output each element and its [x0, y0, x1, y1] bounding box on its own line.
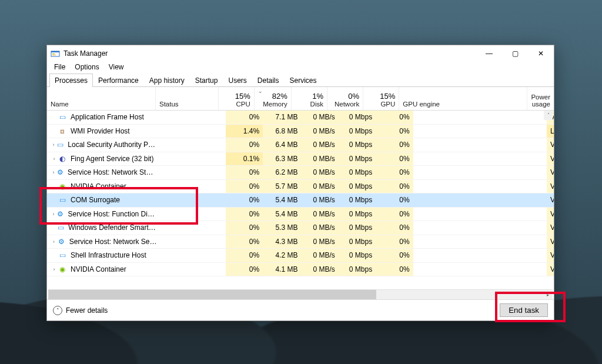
tab-users[interactable]: Users: [223, 74, 252, 87]
header-name[interactable]: Name: [47, 87, 156, 110]
header-gpu[interactable]: 15%GPU: [363, 87, 399, 110]
status-cell: [160, 235, 226, 249]
scroll-right-button[interactable]: ▸: [543, 290, 553, 299]
menu-options[interactable]: Options: [70, 62, 103, 74]
process-row[interactable]: ›▭Local Security Authority Process...0%6…: [47, 138, 554, 152]
tab-processes[interactable]: Processes: [49, 74, 93, 87]
process-name-label: NVIDIA Container: [71, 265, 126, 273]
expand-chevron-icon[interactable]: ›: [51, 142, 56, 148]
header-power[interactable]: Power usage: [527, 87, 554, 110]
tab-startup[interactable]: Startup: [190, 74, 223, 87]
gpu-engine-cell: [413, 193, 547, 207]
network-cell: 0 Mbps: [339, 249, 376, 262]
process-row[interactable]: ◉NVIDIA Container0%5.7 MB0 MB/s0 Mbps0%V…: [47, 180, 554, 194]
network-cell: 0 Mbps: [339, 221, 376, 235]
memory-cell: 4.1 MB: [263, 263, 301, 276]
column-headers: Name Status 15%CPU ⌄82%Memory 1%Disk 0%N…: [47, 87, 554, 111]
svchost-icon: ⚙: [56, 168, 64, 177]
disk-cell: 0 MB/s: [301, 208, 338, 221]
memory-cell: 5.4 MB: [263, 193, 301, 207]
gpu-cell: 0%: [376, 249, 413, 262]
menu-file[interactable]: File: [49, 62, 70, 74]
disk-cell: 0 MB/s: [301, 166, 338, 179]
close-button[interactable]: ✕: [528, 45, 554, 62]
process-name-cell: ▭COM Surrogate: [47, 193, 160, 207]
scrollbar-thumb[interactable]: [48, 290, 376, 299]
expand-chevron-icon[interactable]: ›: [51, 239, 57, 245]
fewer-details-button[interactable]: ˄ Fewer details: [53, 306, 108, 315]
process-name-label: NVIDIA Container: [71, 182, 126, 191]
maximize-button[interactable]: ▢: [502, 45, 528, 62]
shell-infra-icon: ▭: [58, 251, 67, 260]
app-frame-icon: ▭: [58, 112, 67, 122]
gpu-cell: 0%: [376, 180, 413, 193]
expand-chevron-icon[interactable]: ›: [51, 156, 58, 162]
process-row[interactable]: ⧈WMI Provider Host1.4%6.8 MB0 MB/s0 Mbps…: [47, 125, 554, 139]
process-row[interactable]: ▭COM Surrogate0%5.4 MB0 MB/s0 Mbps0%Very…: [47, 193, 554, 208]
memory-cell: 6.3 MB: [263, 152, 301, 166]
power-usage-cell: Very low: [547, 263, 554, 276]
memory-cell: 6.2 MB: [263, 166, 301, 179]
menu-view[interactable]: View: [104, 62, 129, 74]
cpu-cell: 0%: [226, 208, 263, 221]
tab-app-history[interactable]: App history: [144, 74, 190, 87]
header-memory[interactable]: ⌄82%Memory: [255, 87, 292, 110]
process-row[interactable]: ▭Shell Infrastructure Host0%4.2 MB0 MB/s…: [47, 249, 554, 263]
process-name-cell: ▭Windows Defender SmartScreen: [47, 221, 160, 235]
process-name-cell: ⧈WMI Provider Host: [47, 125, 160, 138]
process-row[interactable]: ▭Windows Defender SmartScreen0%5.3 MB0 M…: [47, 221, 554, 235]
header-cpu[interactable]: 15%CPU: [219, 87, 255, 110]
process-name-cell: ›⚙Service Host: Network Store Inte...: [47, 166, 160, 179]
gpu-cell: 0%: [376, 208, 413, 221]
status-cell: [160, 125, 226, 138]
end-task-button[interactable]: End task: [500, 303, 548, 317]
expand-chevron-icon[interactable]: ›: [51, 266, 58, 272]
disk-cell: 0 MB/s: [301, 152, 338, 166]
status-cell: [160, 138, 226, 152]
defender-icon: ▭: [56, 223, 65, 232]
minimize-button[interactable]: —: [476, 45, 502, 62]
tab-services[interactable]: Services: [285, 74, 322, 87]
power-usage-cell: Very low: [547, 138, 554, 152]
power-usage-cell: Low: [547, 125, 554, 138]
process-name-label: Service Host: Network Service: [69, 238, 157, 246]
header-gpu-engine[interactable]: GPU engine: [399, 87, 527, 110]
gpu-cell: 0%: [376, 235, 413, 249]
tab-performance[interactable]: Performance: [93, 74, 144, 87]
cpu-cell: 0.1%: [226, 152, 263, 166]
nvidia-icon: ◉: [58, 265, 67, 274]
cpu-cell: 1.4%: [226, 125, 263, 138]
disk-cell: 0 MB/s: [301, 180, 338, 193]
process-row[interactable]: ›◐Fing Agent Service (32 bit)0.1%6.3 MB0…: [47, 152, 554, 166]
expand-chevron-icon[interactable]: ›: [51, 169, 56, 175]
memory-cell: 5.4 MB: [263, 208, 301, 221]
status-cell: [160, 166, 226, 179]
svchost-icon: ⚙: [56, 209, 64, 219]
footer: ˄ Fewer details End task: [47, 299, 554, 320]
memory-cell: 7.1 MB: [263, 111, 301, 124]
horizontal-scrollbar[interactable]: ▸: [48, 289, 553, 299]
header-network[interactable]: 0%Network: [327, 87, 363, 110]
disk-cell: 0 MB/s: [301, 235, 338, 249]
cpu-cell: 0%: [226, 138, 263, 152]
cpu-cell: 0%: [226, 180, 263, 193]
status-cell: [160, 152, 226, 166]
expand-chevron-icon[interactable]: ›: [51, 211, 56, 217]
header-status[interactable]: Status: [156, 87, 219, 110]
disk-cell: 0 MB/s: [301, 193, 338, 207]
process-row[interactable]: ›⚙Service Host: Network Store Inte...0%6…: [47, 166, 554, 180]
network-cell: 0 Mbps: [339, 152, 376, 166]
header-disk[interactable]: 1%Disk: [292, 87, 327, 110]
tab-details[interactable]: Details: [252, 74, 285, 87]
process-row[interactable]: ›⚙Service Host: Function Discover...0%5.…: [47, 208, 554, 222]
fewer-details-label: Fewer details: [66, 306, 108, 315]
process-row[interactable]: ›◉NVIDIA Container0%4.1 MB0 MB/s0 Mbps0%…: [47, 263, 554, 277]
scroll-up-button[interactable]: ˄: [544, 111, 553, 120]
process-row[interactable]: ›⚙Service Host: Network Service0%4.3 MB0…: [47, 235, 554, 249]
menubar: File Options View: [47, 62, 554, 74]
gpu-engine-cell: [413, 221, 547, 235]
process-row[interactable]: ▭Application Frame Host0%7.1 MB0 MB/s0 M…: [47, 111, 554, 125]
memory-cell: 4.2 MB: [263, 249, 301, 262]
network-cell: 0 Mbps: [339, 208, 376, 221]
titlebar[interactable]: Task Manager — ▢ ✕: [47, 45, 554, 62]
